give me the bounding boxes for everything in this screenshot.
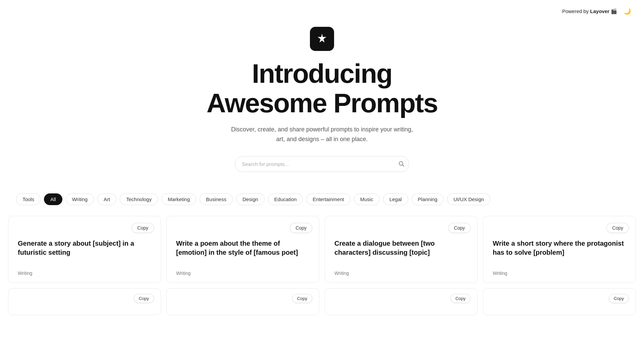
card-category: Writing	[176, 270, 310, 276]
cards-grid: Copy Generate a story about [subject] in…	[0, 213, 644, 286]
search-container	[235, 156, 409, 172]
copy-button[interactable]: Copy	[290, 223, 312, 233]
card-category: Writing	[334, 270, 468, 276]
card-category: Writing	[18, 270, 151, 276]
app-logo-icon	[310, 27, 334, 51]
hero-subtitle: Discover, create, and share powerful pro…	[228, 125, 416, 144]
filter-tab-legal[interactable]: Legal	[383, 193, 408, 205]
copy-button[interactable]: Copy	[450, 294, 471, 303]
filter-tab-business[interactable]: Business	[200, 193, 233, 205]
filter-tab-education[interactable]: Education	[268, 193, 303, 205]
filter-tab-design[interactable]: Design	[236, 193, 265, 205]
card-title: Generate a story about [subject] in a fu…	[18, 239, 151, 257]
prompt-card: Copy Write a short story where the prota…	[483, 216, 636, 283]
prompt-card-partial: Copy	[8, 288, 161, 315]
partial-cards-grid: Copy Copy Copy Copy	[0, 286, 644, 318]
brand-name: Layover	[590, 8, 609, 14]
filter-tab-writing[interactable]: Writing	[66, 193, 94, 205]
prompt-card-partial: Copy	[166, 288, 319, 315]
filter-tab-art[interactable]: Art	[97, 193, 116, 205]
filter-tab-technology[interactable]: Technology	[120, 193, 158, 205]
prompt-card: Copy Generate a story about [subject] in…	[8, 216, 161, 283]
search-icon	[398, 161, 405, 167]
filter-tab-ui_ux[interactable]: UI/UX Design	[447, 193, 490, 205]
prompt-card-partial: Copy	[483, 288, 636, 315]
hero-title: Introducing Awesome Prompts	[207, 59, 438, 118]
card-title: Write a poem about the theme of [emotion…	[176, 239, 310, 257]
card-title: Create a dialogue between [two character…	[334, 239, 468, 257]
filter-bar: ToolsAllWritingArtTechnologyMarketingBus…	[0, 185, 644, 213]
theme-toggle-button[interactable]: 🌙	[621, 5, 633, 17]
prompt-card: Copy Create a dialogue between [two char…	[325, 216, 478, 283]
powered-by-label: Powered by Layover 🎬	[562, 8, 617, 14]
copy-button[interactable]: Copy	[134, 294, 154, 303]
svg-line-3	[402, 165, 404, 167]
header: Powered by Layover 🎬 🌙	[551, 0, 644, 23]
copy-button[interactable]: Copy	[609, 294, 629, 303]
card-category: Writing	[493, 270, 626, 276]
hero-section: Introducing Awesome Prompts Discover, cr…	[0, 0, 644, 185]
filter-tab-entertainment[interactable]: Entertainment	[306, 193, 350, 205]
copy-button[interactable]: Copy	[292, 294, 312, 303]
card-title: Write a short story where the protagonis…	[493, 239, 626, 257]
filter-tab-music[interactable]: Music	[354, 193, 380, 205]
search-button[interactable]	[398, 161, 405, 167]
moon-icon: 🌙	[624, 8, 631, 15]
search-input[interactable]	[235, 156, 409, 172]
filter-tab-all[interactable]: All	[44, 193, 62, 205]
filter-tab-marketing[interactable]: Marketing	[161, 193, 196, 205]
copy-button[interactable]: Copy	[448, 223, 471, 233]
filter-tab-planning[interactable]: Planning	[412, 193, 444, 205]
filter-tab-tools[interactable]: Tools	[16, 193, 41, 205]
copy-button[interactable]: Copy	[606, 223, 629, 233]
prompt-card-partial: Copy	[325, 288, 478, 315]
copy-button[interactable]: Copy	[131, 223, 154, 233]
prompt-card: Copy Write a poem about the theme of [em…	[166, 216, 319, 283]
